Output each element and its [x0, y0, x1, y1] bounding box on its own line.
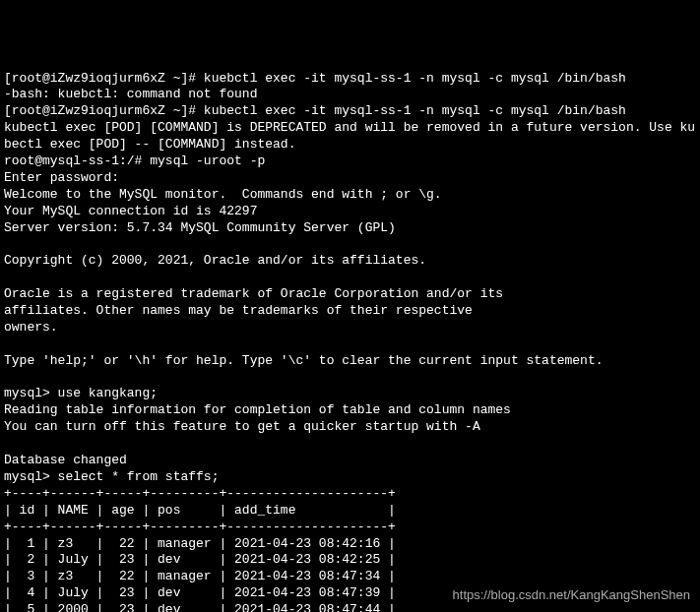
table-row: | 5 | 2000 | 23 | dev | 2021-04-23 08:47… — [4, 602, 396, 612]
terminal-line: mysql> use kangkang; — [4, 386, 158, 400]
terminal-line: -bash: kuebctl: command not found — [4, 87, 257, 101]
terminal-line: root@mysql-ss-1:/# mysql -uroot -p — [4, 153, 265, 168]
terminal-line: [root@iZwz9ioqjurm6xZ ~]# kubectl exec -… — [4, 103, 626, 118]
terminal-line: Welcome to the MySQL monitor. Commands e… — [4, 187, 442, 202]
table-row: | 3 | z3 | 22 | manager | 2021-04-23 08:… — [4, 569, 396, 583]
terminal-line: Oracle is a registered trademark of Orac… — [4, 286, 503, 301]
terminal-line: Enter password: — [4, 170, 119, 185]
terminal-line: Server version: 5.7.34 MySQL Community S… — [4, 220, 396, 235]
terminal-line: owners. — [4, 320, 58, 335]
table-row: | 1 | z3 | 22 | manager | 2021-04-23 08:… — [4, 536, 396, 551]
table-border: +----+------+-----+---------+-----------… — [4, 520, 396, 534]
watermark-text: https://blog.csdn.net/KangKangShenShen — [453, 587, 690, 604]
terminal-line: Reading table information for completion… — [4, 402, 511, 417]
terminal-line: Database changed — [4, 453, 127, 467]
terminal-line: kubectl exec [POD] [COMMAND] is DEPRECAT… — [4, 120, 695, 152]
terminal-line: Copyright (c) 2000, 2021, Oracle and/or … — [4, 253, 426, 268]
terminal-line: mysql> select * from staffs; — [4, 469, 219, 484]
terminal-line: affiliates. Other names may be trademark… — [4, 303, 473, 318]
terminal-output[interactable]: [root@iZwz9ioqjurm6xZ ~]# kuebctl exec -… — [4, 71, 696, 612]
table-row: | 2 | July | 23 | dev | 2021-04-23 08:42… — [4, 552, 396, 567]
terminal-line: Your MySQL connection id is 42297 — [4, 204, 257, 218]
table-border: +----+------+-----+---------+-----------… — [4, 486, 396, 501]
table-row: | 4 | July | 23 | dev | 2021-04-23 08:47… — [4, 585, 396, 600]
terminal-line: You can turn off this feature to get a q… — [4, 419, 480, 434]
terminal-line: Type 'help;' or '\h' for help. Type '\c'… — [4, 353, 604, 368]
table-header: | id | NAME | age | pos | add_time | — [4, 503, 396, 518]
terminal-line: [root@iZwz9ioqjurm6xZ ~]# kuebctl exec -… — [4, 71, 626, 86]
